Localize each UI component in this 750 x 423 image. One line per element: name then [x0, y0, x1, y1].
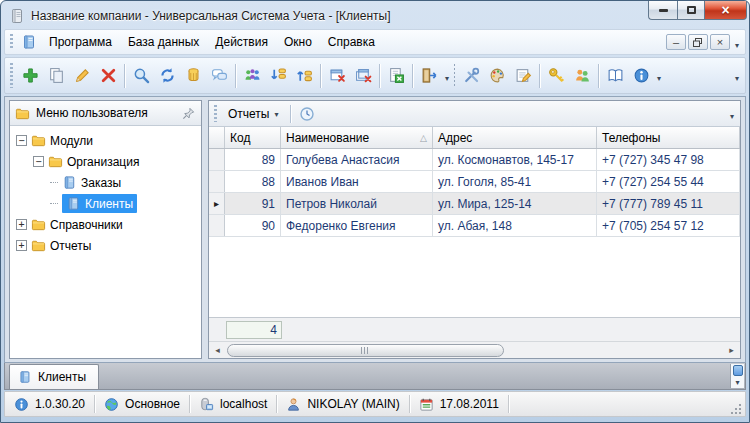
grid-toolbar-grip[interactable] — [214, 105, 217, 123]
table-row-selected[interactable]: ▸ 91 Петров Николай ул. Мира, 125-14 +7 … — [209, 193, 740, 215]
server-value: localhost — [220, 397, 267, 411]
exit-dropdown-caret-icon[interactable]: ▾ — [445, 74, 449, 83]
tab-klienty[interactable]: Клиенты — [9, 364, 99, 389]
tab-scrollbar-thumb[interactable] — [733, 365, 743, 376]
help-book-button[interactable] — [602, 62, 628, 89]
drag-grip[interactable] — [10, 34, 13, 51]
status-separator — [508, 395, 509, 413]
scroll-right-arrow-icon[interactable]: ▸ — [723, 342, 740, 358]
globe-icon — [104, 397, 119, 412]
menu-okno[interactable]: Окно — [276, 32, 320, 52]
folder-icon — [31, 217, 46, 232]
about-dropdown-caret-icon[interactable]: ▾ — [657, 74, 661, 83]
row-indicator-cell — [209, 215, 225, 236]
scroll-left-arrow-icon[interactable]: ◂ — [209, 342, 226, 358]
grid-summary-row: 4 — [209, 317, 740, 341]
reports-label: Отчеты — [228, 107, 269, 121]
column-header-address[interactable]: Адрес — [433, 127, 597, 148]
column-header-phones[interactable]: Телефоны — [597, 127, 740, 148]
grid-header-row: Код Наименование △ Адрес Телефоны — [209, 127, 740, 149]
cell-address: ул. Абая, 148 — [433, 215, 597, 236]
tree-item-moduli[interactable]: − Модули — [12, 130, 199, 151]
maximize-button[interactable] — [677, 1, 704, 20]
collapse-tree-button[interactable] — [291, 62, 317, 89]
cell-name: Петров Николай — [281, 193, 433, 214]
column-header-code[interactable]: Код — [225, 127, 281, 148]
edit-form-button[interactable] — [510, 62, 536, 89]
user-value: NIKOLAY (MAIN) — [307, 397, 399, 411]
folder-icon — [48, 154, 63, 169]
tree-item-spravochniki[interactable]: + Справочники — [12, 214, 199, 235]
pin-icon[interactable] — [181, 106, 196, 121]
scrollbar-thumb[interactable] — [227, 344, 504, 357]
collapse-box-icon[interactable]: − — [16, 135, 27, 146]
access-key-button[interactable] — [543, 62, 569, 89]
menu-programma[interactable]: Программа — [41, 32, 120, 52]
resize-grip-icon[interactable] — [730, 403, 743, 416]
mdi-restore-button[interactable] — [688, 34, 708, 50]
title-bar[interactable]: Название компании - Универсальная Систем… — [1, 1, 749, 28]
table-row[interactable]: 90 Федоренко Евгения ул. Абая, 148 +7 (7… — [209, 215, 740, 237]
refresh-button[interactable] — [154, 62, 180, 89]
delete-button[interactable] — [95, 62, 121, 89]
close-window-button[interactable] — [324, 62, 350, 89]
contacts-button[interactable] — [239, 62, 265, 89]
about-button[interactable] — [628, 62, 654, 89]
expand-box-icon[interactable]: + — [16, 219, 27, 230]
edit-button[interactable] — [69, 62, 95, 89]
folder-icon — [31, 238, 46, 253]
window-title: Название компании - Универсальная Систем… — [31, 9, 391, 23]
export-excel-button[interactable] — [383, 62, 409, 89]
copy-button[interactable] — [43, 62, 69, 89]
tab-scroll-down-icon[interactable]: ▾ — [735, 378, 739, 387]
users-button[interactable] — [569, 62, 595, 89]
tree-item-otchety[interactable]: + Отчеты — [12, 235, 199, 256]
scheduler-button[interactable] — [295, 103, 319, 125]
program-icon — [21, 34, 37, 50]
book-icon — [607, 67, 624, 84]
search-button[interactable] — [128, 62, 154, 89]
toolbar-overflow-caret-icon[interactable]: ▾ — [735, 74, 739, 83]
appearance-button[interactable] — [484, 62, 510, 89]
add-button[interactable] — [17, 62, 43, 89]
filter-data-button[interactable] — [180, 62, 206, 89]
close-all-windows-button[interactable] — [350, 62, 376, 89]
minimize-button[interactable] — [648, 1, 677, 20]
toolbar-separator — [235, 64, 236, 88]
menu-spravka[interactable]: Справка — [320, 32, 383, 52]
tree-item-organizaciya[interactable]: − Организация — [12, 151, 199, 172]
cell-name: Федоренко Евгения — [281, 215, 433, 236]
expand-box-icon[interactable]: + — [16, 240, 27, 251]
toolbar-options-caret-icon[interactable]: ▾ — [735, 41, 739, 50]
grid-toolbar-overflow-caret-icon[interactable]: ▾ — [730, 112, 734, 121]
settings-button[interactable] — [458, 62, 484, 89]
column-header-name[interactable]: Наименование △ — [281, 127, 433, 148]
table-row[interactable]: 89 Голубева Анастасия ул. Космонавтов, 1… — [209, 149, 740, 171]
document-icon — [66, 196, 81, 211]
exit-button[interactable] — [416, 62, 442, 89]
tree-item-klienty[interactable]: Клиенты — [12, 193, 199, 214]
table-row[interactable]: 88 Иванов Иван ул. Гоголя, 85-41 +7 (727… — [209, 171, 740, 193]
tree-item-label: Заказы — [81, 176, 121, 190]
comments-icon — [211, 67, 228, 84]
document-tab-bar: Клиенты ▾ — [4, 363, 746, 390]
horizontal-scrollbar[interactable]: ◂ ▸ — [209, 341, 740, 358]
collapse-box-icon[interactable]: − — [33, 156, 44, 167]
tree-selected-item[interactable]: Клиенты — [62, 194, 137, 213]
menu-baza-dannyh[interactable]: База данных — [120, 32, 207, 52]
menu-deystviya[interactable]: Действия — [207, 32, 276, 52]
close-button[interactable]: × — [704, 1, 747, 20]
folder-icon — [31, 133, 46, 148]
tab-scrollbar[interactable]: ▾ — [730, 364, 744, 388]
search-icon — [133, 67, 150, 84]
toolbar-separator — [598, 64, 599, 88]
toolbar-drag-grip[interactable] — [10, 63, 13, 88]
users-icon — [574, 67, 591, 84]
row-indicator-cell — [209, 149, 225, 170]
mdi-minimize-button[interactable]: – — [666, 34, 686, 50]
expand-tree-button[interactable] — [265, 62, 291, 89]
reports-dropdown-button[interactable]: Отчеты ▾ — [221, 104, 286, 124]
tree-item-zakazy[interactable]: Заказы — [12, 172, 199, 193]
mdi-close-button[interactable]: × — [710, 34, 730, 50]
comments-button[interactable] — [206, 62, 232, 89]
